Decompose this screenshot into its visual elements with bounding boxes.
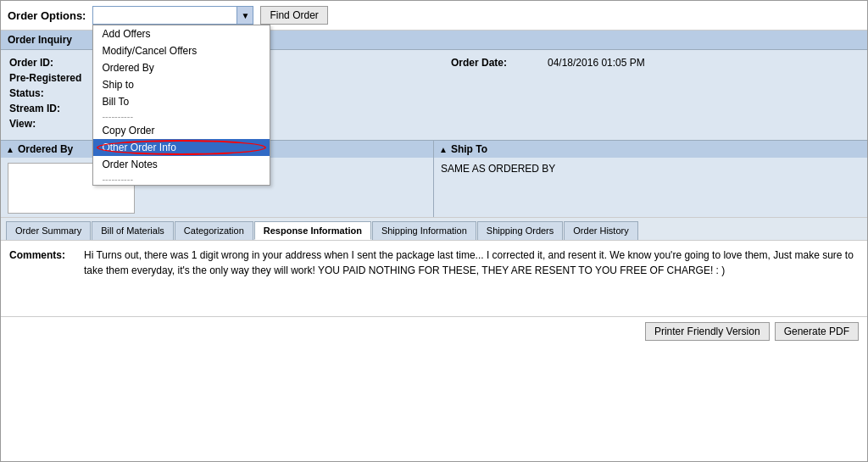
order-inquiry-label: Order Inquiry — [8, 34, 72, 46]
dropdown-menu-item-ordered-by[interactable]: Ordered By — [93, 59, 270, 76]
top-bar: Order Options: ▼ Add OffersModify/Cancel… — [1, 1, 867, 31]
order-date-value: 04/18/2016 01:05 PM — [548, 57, 859, 69]
tab-response-information[interactable]: Response Information — [254, 221, 371, 240]
tab-shipping-orders[interactable]: Shipping Orders — [477, 221, 564, 240]
order-options-dropdown-container[interactable]: ▼ Add OffersModify/Cancel OffersOrdered … — [92, 6, 253, 25]
pre-registered-label: Pre-Registered — [9, 72, 103, 84]
order-date-label: Order Date: — [451, 57, 544, 69]
ship-to-value: SAME AS ORDERED BY — [441, 163, 860, 175]
dropdown-menu-item-sep1: ---------- — [93, 110, 270, 122]
find-order-button[interactable]: Find Order — [260, 6, 327, 25]
order-options-menu: Add OffersModify/Cancel OffersOrdered By… — [92, 25, 270, 186]
ship-to-label: Ship To — [451, 143, 487, 155]
content-area: Comments: Hi Turns out, there was 1 digi… — [1, 240, 867, 316]
dropdown-menu-item-bill-to[interactable]: Bill To — [93, 93, 270, 110]
ordered-by-arrow-icon: ▲ — [6, 145, 14, 154]
order-id-label: Order ID: — [9, 57, 103, 69]
comments-label: Comments: — [9, 248, 77, 278]
dropdown-menu-item-sep2: ---------- — [93, 173, 270, 185]
order-options-input[interactable] — [92, 6, 253, 25]
dropdown-menu-item-copy-order[interactable]: Copy Order — [93, 122, 270, 139]
ship-to-arrow-icon: ▲ — [439, 145, 448, 154]
printer-friendly-button[interactable]: Printer Friendly Version — [645, 322, 770, 341]
generate-pdf-button[interactable]: Generate PDF — [775, 322, 859, 341]
dropdown-menu-item-order-notes[interactable]: Order Notes — [93, 156, 270, 173]
tab-order-summary[interactable]: Order Summary — [6, 221, 91, 240]
view-label: View: — [9, 118, 103, 130]
ship-to-column: ▲ Ship To SAME AS ORDERED BY — [434, 141, 867, 217]
dropdown-menu-item-modify-cancel-offers[interactable]: Modify/Cancel Offers — [93, 42, 270, 59]
tabs-row: Order SummaryBill of MaterialsCategoriza… — [1, 217, 867, 240]
tab-shipping-information[interactable]: Shipping Information — [372, 221, 476, 240]
ship-to-header: ▲ Ship To — [434, 141, 867, 158]
dropdown-menu-item-other-order-info[interactable]: Other Order Info — [93, 139, 270, 156]
tab-order-history[interactable]: Order History — [564, 221, 637, 240]
stream-id-label: Stream ID: — [9, 103, 103, 114]
tab-categorization[interactable]: Categorization — [175, 221, 253, 240]
dropdown-menu-item-ship-to[interactable]: Ship to — [93, 76, 270, 93]
comments-row: Comments: Hi Turns out, there was 1 digi… — [9, 248, 859, 278]
order-options-label: Order Options: — [8, 9, 86, 22]
bottom-buttons: Printer Friendly Version Generate PDF — [1, 316, 867, 346]
order-date-column: Order Date: 04/18/2016 01:05 PM — [434, 55, 859, 131]
comments-text: Hi Turns out, there was 1 digit wrong in… — [84, 248, 859, 278]
status-label: Status: — [9, 87, 103, 99]
ordered-by-label: Ordered By — [18, 143, 73, 155]
page-wrapper: Order Options: ▼ Add OffersModify/Cancel… — [0, 0, 868, 462]
dropdown-menu-item-add-offers[interactable]: Add Offers — [93, 25, 270, 42]
tab-bill-of-materials[interactable]: Bill of Materials — [92, 221, 174, 240]
